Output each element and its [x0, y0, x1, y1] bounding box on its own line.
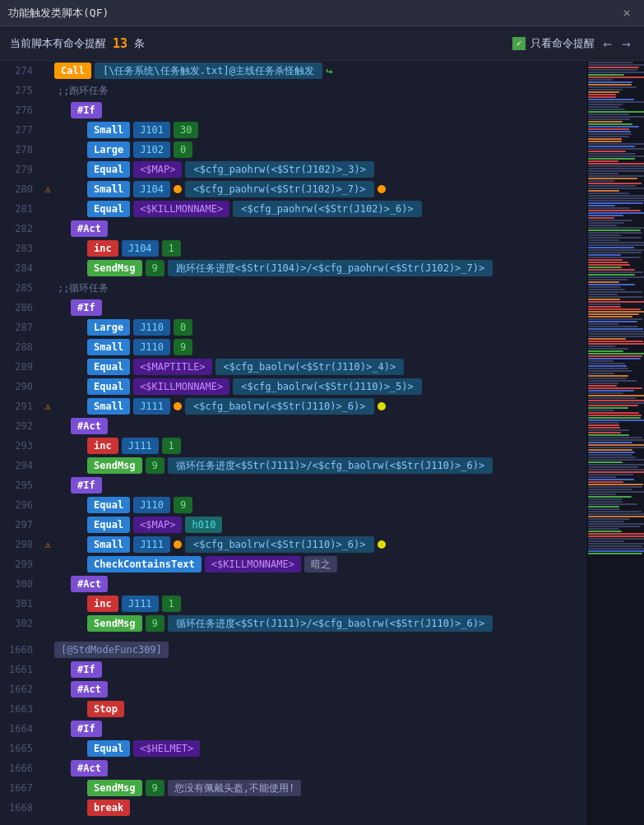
minimap-line — [588, 385, 617, 387]
tag-call[interactable]: Call — [54, 63, 91, 79]
value-token: 循环任务进度<$Str(J111)>/<$cfg_baolrw(<$Str(J1… — [168, 457, 493, 474]
minimap-line — [588, 185, 636, 187]
tag-small[interactable]: Small — [87, 536, 130, 553]
minimap-line — [588, 355, 642, 357]
tag-inc[interactable]: inc — [87, 438, 118, 454]
tag-small[interactable]: Small — [87, 398, 130, 415]
tag-act[interactable]: #Act — [71, 418, 108, 434]
minimap-line — [588, 225, 617, 226]
minimap-line — [588, 311, 644, 313]
minimap-line — [588, 338, 626, 340]
tag-if[interactable]: #If — [71, 299, 102, 316]
tag-sendmsg[interactable]: SendMsg — [87, 780, 142, 796]
minimap-line — [588, 74, 624, 76]
tag-sendmsg[interactable]: SendMsg — [87, 615, 142, 632]
line-content: ;;循环任务 — [54, 281, 586, 295]
tag-if[interactable]: #If — [71, 477, 102, 494]
tag-break[interactable]: break — [87, 800, 130, 816]
value-token: <$MAP> — [133, 161, 182, 178]
tag-if[interactable]: #If — [71, 721, 102, 737]
tag-equal[interactable]: Equal — [87, 201, 130, 217]
minimap-line — [588, 111, 644, 113]
minimap-line — [588, 197, 644, 199]
minimap-line — [588, 518, 630, 520]
line-content: #If — [54, 299, 586, 316]
minimap-line — [588, 304, 621, 305]
value-token: [\任务系统\任务触发.txt]@主线任务杀怪触发 — [95, 63, 322, 79]
prev-arrow[interactable]: ← — [600, 35, 615, 52]
value-token: J111 — [122, 438, 159, 454]
minimap-line — [588, 259, 623, 261]
tag-small[interactable]: Small — [87, 339, 130, 355]
minimap-line — [588, 163, 644, 165]
dot-orange — [174, 185, 182, 193]
dot-orange — [378, 185, 386, 193]
tag-act[interactable]: #Act — [71, 681, 108, 698]
next-arrow[interactable]: → — [619, 35, 634, 52]
table-row: 277SmallJ10130 — [0, 120, 586, 140]
minimap-line — [588, 62, 633, 63]
tag-inc[interactable]: inc — [87, 596, 118, 612]
minimap-line — [588, 538, 644, 540]
line-number: 277 — [0, 124, 41, 136]
tag-large[interactable]: Large — [87, 141, 130, 158]
minimap-line — [588, 276, 644, 278]
minimap-line — [588, 494, 616, 495]
table-row: 301incJ1111 — [0, 594, 586, 614]
tag-act[interactable]: #Act — [71, 576, 108, 592]
minimap-line — [588, 165, 644, 167]
line-number: 297 — [0, 519, 41, 531]
minimap-line — [588, 343, 644, 345]
line-content: Call[\任务系统\任务触发.txt]@主线任务杀怪触发↪ — [54, 63, 586, 79]
minimap-line — [588, 308, 641, 310]
table-row: 298⚠SmallJ111<$cfg_baolrw(<$Str(J110)>_6… — [0, 535, 586, 554]
tag-equal[interactable]: Equal — [87, 378, 130, 395]
tag-if[interactable]: #If — [71, 661, 102, 678]
table-row: 297Equal<$MAP>h010 — [0, 515, 586, 535]
tag-sendmsg[interactable]: SendMsg — [87, 457, 142, 474]
tag-equal[interactable]: Equal — [87, 497, 130, 513]
minimap-line — [588, 136, 629, 137]
tag-stop[interactable]: Stop — [87, 701, 124, 717]
tag-large[interactable]: Large — [87, 319, 130, 336]
tag-act[interactable]: #Act — [71, 220, 108, 237]
minimap-line — [588, 173, 619, 174]
minimap-line — [588, 545, 642, 547]
value-token: J111 — [133, 536, 170, 553]
minimap-line — [588, 442, 632, 443]
minimap-scrollbar[interactable] — [586, 61, 644, 825]
minimap-line — [588, 192, 629, 194]
warning-icon: ⚠ — [41, 539, 54, 550]
value-token: J110 — [133, 497, 170, 513]
tag-equal[interactable]: Equal — [87, 517, 130, 533]
minimap-line — [588, 365, 627, 367]
tag-sendmsg[interactable]: SendMsg — [87, 260, 142, 276]
tag-check[interactable]: CheckContainsText — [87, 556, 202, 572]
tag-if[interactable]: #If — [71, 102, 102, 118]
minimap-line — [588, 274, 635, 276]
tag-inc[interactable]: inc — [87, 240, 118, 257]
tag-small[interactable]: Small — [87, 181, 130, 197]
minimap-line — [588, 207, 630, 209]
tag-equal[interactable]: Equal — [87, 740, 130, 757]
tag-equal[interactable]: Equal — [87, 161, 130, 178]
line-number: 302 — [0, 618, 41, 629]
minimap-line — [588, 247, 634, 248]
table-row: 284SendMsg9跑环任务进度<$Str(J104)>/<$cfg_paoh… — [0, 258, 586, 278]
minimap-line — [588, 486, 642, 488]
tag-act[interactable]: #Act — [71, 760, 108, 776]
comment-text: ;;循环任务 — [54, 281, 109, 295]
table-row: 274Call[\任务系统\任务触发.txt]@主线任务杀怪触发↪ — [0, 61, 586, 81]
only-commands-checkbox[interactable]: ✓ — [512, 37, 526, 50]
minimap-line — [588, 99, 634, 100]
value-token: 您没有佩戴头盔,不能使用! — [168, 780, 301, 796]
code-area[interactable]: 274Call[\任务系统\任务触发.txt]@主线任务杀怪触发↪275;;跑环… — [0, 61, 586, 825]
minimap-line — [588, 148, 644, 150]
table-row: 1668break — [0, 798, 586, 818]
value-token: h010 — [185, 517, 222, 533]
tag-equal[interactable]: Equal — [87, 359, 130, 375]
tag-small[interactable]: Small — [87, 122, 130, 138]
close-button[interactable]: × — [618, 3, 636, 22]
minimap-line — [588, 254, 621, 256]
minimap-line — [588, 459, 644, 461]
